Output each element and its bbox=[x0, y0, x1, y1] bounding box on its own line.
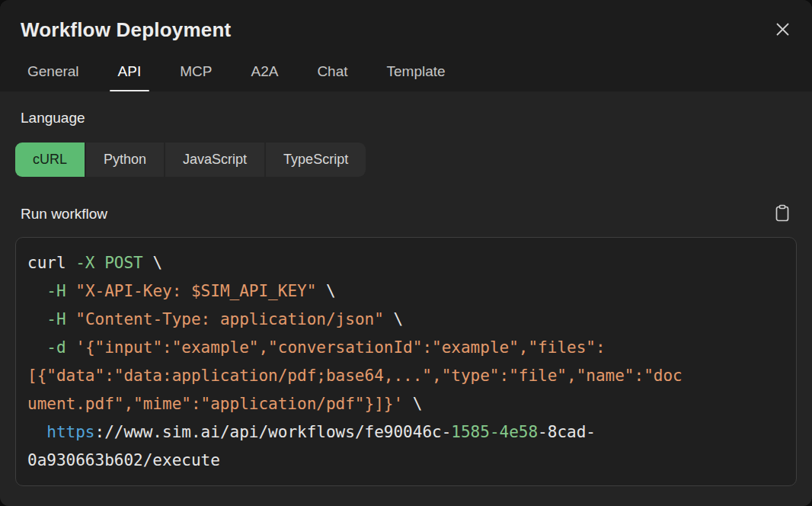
code-token: -d bbox=[46, 338, 66, 357]
code-token bbox=[27, 423, 46, 441]
tab-chat[interactable]: Chat bbox=[312, 62, 352, 91]
tab-bar: General API MCP A2A Chat Template bbox=[21, 62, 792, 91]
run-workflow-label: Run workflow bbox=[21, 206, 107, 223]
code-token: https bbox=[46, 423, 94, 441]
modal-header: Workflow Deployment General API MCP A2A … bbox=[0, 0, 812, 91]
code-token: \ bbox=[384, 310, 403, 328]
language-option-javascript[interactable]: JavaScript bbox=[165, 143, 264, 177]
code-token bbox=[66, 282, 76, 300]
code-token bbox=[27, 310, 46, 328]
language-label: Language bbox=[21, 110, 797, 126]
workflow-deployment-modal: Workflow Deployment General API MCP A2A … bbox=[0, 0, 812, 506]
code-token: '{"input":"example","conversationId":"ex… bbox=[75, 338, 605, 357]
code-token bbox=[27, 338, 46, 357]
code-token: curl bbox=[27, 254, 75, 272]
code-line: -d '{"input":"example","conversationId":… bbox=[27, 334, 785, 362]
code-token: -X POST bbox=[75, 254, 143, 272]
api-tab-panel: Language cURL Python JavaScript TypeScri… bbox=[0, 91, 812, 506]
code-token: \ bbox=[143, 254, 162, 272]
code-line: https://www.sim.ai/api/workflows/fe90046… bbox=[27, 418, 785, 447]
code-line: -H "Content-Type: application/json" \ bbox=[27, 306, 785, 334]
code-line: curl -X POST \ bbox=[27, 249, 785, 277]
language-option-python[interactable]: Python bbox=[86, 143, 164, 177]
code-token: -8cad- bbox=[538, 423, 596, 441]
code-token: ument.pdf","mime":"application/pdf"}]}' bbox=[27, 395, 403, 413]
tab-a2a[interactable]: A2A bbox=[246, 62, 283, 91]
copy-button[interactable] bbox=[775, 204, 790, 224]
code-token: \ bbox=[403, 395, 422, 413]
code-token bbox=[66, 310, 76, 328]
code-line: [{"data":"data:application/pdf;base64,..… bbox=[27, 362, 785, 390]
code-line: 0a930663b602/execute bbox=[27, 447, 785, 475]
tab-mcp[interactable]: MCP bbox=[175, 62, 216, 91]
code-token bbox=[66, 338, 76, 357]
language-option-curl[interactable]: cURL bbox=[15, 143, 85, 177]
close-button[interactable] bbox=[773, 20, 792, 41]
code-token: "Content-Type: application/json" bbox=[75, 310, 384, 328]
code-token: 1585-4e58 bbox=[451, 423, 538, 441]
code-token: -H bbox=[46, 282, 66, 300]
code-token: 0a930663b602/execute bbox=[27, 451, 220, 469]
language-option-typescript[interactable]: TypeScript bbox=[266, 143, 366, 177]
code-token: [{"data":"data:application/pdf;base64,..… bbox=[27, 367, 683, 385]
tab-template[interactable]: Template bbox=[382, 62, 450, 91]
code-token: "X-API-Key: $SIM_API_KEY" bbox=[75, 282, 316, 300]
tab-general[interactable]: General bbox=[23, 62, 84, 91]
language-selector: cURL Python JavaScript TypeScript bbox=[15, 143, 366, 177]
code-token bbox=[27, 282, 46, 300]
clipboard-icon bbox=[775, 204, 790, 224]
tab-api[interactable]: API bbox=[113, 62, 146, 91]
page-title: Workflow Deployment bbox=[21, 18, 231, 42]
code-token: -H bbox=[46, 310, 66, 328]
code-token: ://www.sim.ai/api/workflows/fe90046c- bbox=[95, 423, 452, 441]
code-line: ument.pdf","mime":"application/pdf"}]}' … bbox=[27, 390, 785, 418]
code-block: curl -X POST \ -H "X-API-Key: $SIM_API_K… bbox=[15, 237, 797, 486]
close-icon bbox=[775, 21, 791, 40]
code-line: -H "X-API-Key: $SIM_API_KEY" \ bbox=[27, 277, 785, 306]
code-token: \ bbox=[316, 282, 335, 300]
